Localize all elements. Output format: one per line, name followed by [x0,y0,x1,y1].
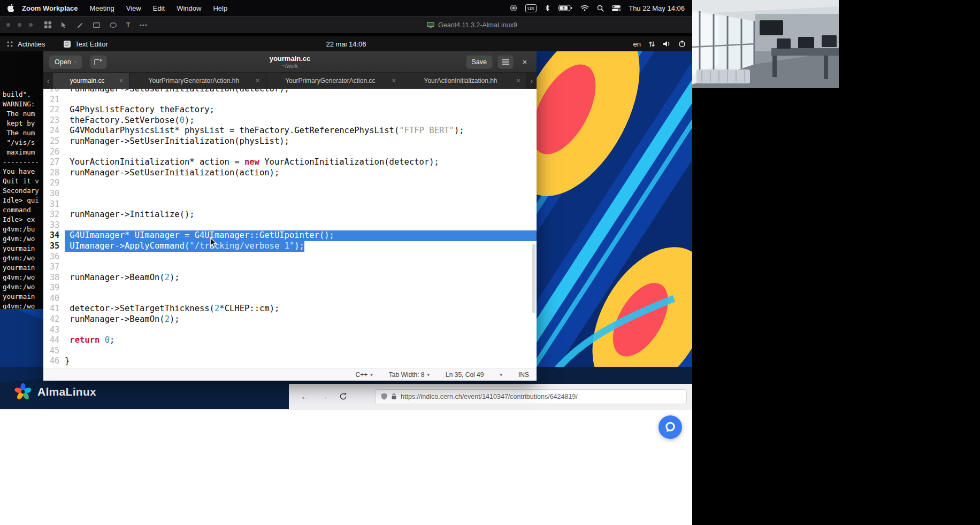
code-line[interactable]: 27 YourActionInitialization* action = ne… [43,157,537,168]
pointer-icon[interactable] [61,21,67,28]
wifi-icon[interactable] [580,5,589,11]
apple-logo-icon[interactable] [7,4,14,12]
code-line[interactable]: 25 runManager->SetUserInitialization(phy… [43,136,537,147]
code-line[interactable]: 24 G4VModularPhysicsList* physList = the… [43,126,537,136]
more-tools-icon[interactable] [140,24,147,26]
code-line[interactable]: 43 [43,325,537,336]
code-line[interactable]: 39 [43,283,537,294]
lock-icon[interactable] [391,393,397,400]
activities-button[interactable]: Activities [6,40,45,48]
code-line[interactable]: 30 [43,189,537,199]
code-line[interactable]: 36 [43,252,537,262]
window-dot-icon[interactable] [6,23,10,27]
grid-icon[interactable] [44,21,51,28]
tab-yourprimarygeneratoraction-cc[interactable]: YourPrimaryGeneratorAction.cc × [266,73,402,89]
code-line[interactable]: 23 theFactory.SetVerbose(0); [43,115,537,126]
code-line[interactable]: 29 [43,178,537,189]
text-tool-icon[interactable]: T [126,21,130,29]
menu-zoom-workplace[interactable]: Zoom Workplace [22,4,78,12]
code-line[interactable]: 45 [43,346,537,357]
back-icon[interactable]: ← [301,392,309,402]
new-tab-button[interactable] [90,55,107,69]
position-menu-button[interactable]: ▾ [500,372,502,377]
tab-yourprimarygeneratoraction-hh[interactable]: YourPrimaryGeneratorAction.hh × [129,73,266,89]
menubar-clock[interactable]: Thu 22 May 14:06 [629,4,685,12]
code-line[interactable]: 37 [43,262,537,273]
rectangle-shape-icon[interactable] [93,22,100,28]
power-icon[interactable] [678,40,686,48]
code-line[interactable]: 31 [43,199,537,210]
menu-help[interactable]: Help [213,4,227,12]
tab-width-selector[interactable]: Tab Width: 8 ▾ [389,371,430,379]
menu-edit[interactable]: Edit [153,4,165,12]
bluetooth-icon[interactable] [545,4,550,12]
cursor-position-indicator[interactable]: Ln 35, Col 49 [446,371,484,379]
chat-widget-button[interactable] [659,415,682,439]
close-tab-icon[interactable]: × [254,77,262,84]
headerbar-right: Save × [466,55,532,69]
code-line[interactable]: 32 runManager->Initialize(); [43,210,537,220]
browser-nav: ← → [301,392,347,402]
code-editor-area[interactable]: 20 runManager->SetUserInitialization(det… [43,89,537,368]
main-menu-button[interactable] [497,55,514,69]
tab-youractioninitialization-hh[interactable]: YourActionInitialization.hh × [402,73,527,89]
shield-icon[interactable] [381,393,387,400]
code-line[interactable]: 26 [43,147,537,158]
code-line[interactable]: 35 UImanager->ApplyCommand("/tracking/ve… [43,241,537,252]
app-menu-label: Text Editor [75,40,108,48]
code-line[interactable]: 41 detector->SetTargetThickness(2*CLHEP:… [43,304,537,314]
volume-icon[interactable] [663,41,671,47]
app-menu-button[interactable]: Text Editor [63,40,108,48]
url-bar[interactable]: https://indico.cern.ch/event/1410347/con… [375,389,687,404]
close-tab-icon[interactable]: × [117,77,125,84]
code-line[interactable]: 34 G4UImanager* UImanager = G4UImanager:… [43,230,537,241]
tab-yourmain-cc[interactable]: yourmain.cc × [53,73,129,89]
language-selector[interactable]: C++ ▾ [356,371,373,379]
code-line[interactable]: 33 [43,220,537,231]
zoom-toolbar: T Geant4.11.3.2-AlmaLinux9 [0,16,692,33]
save-button-label: Save [472,58,487,66]
keyboard-layout-badge[interactable]: US [525,4,537,12]
menu-window[interactable]: Window [177,4,201,12]
code-line[interactable]: 20 runManager->SetUserInitialization(det… [43,89,537,95]
code-line[interactable]: 42 runManager->BeamOn(2); [43,314,537,325]
ellipse-shape-icon[interactable] [110,22,117,28]
open-button-label: Open [55,58,71,66]
battery-icon[interactable] [558,5,572,11]
window-dot-icon[interactable] [29,23,33,27]
forward-icon[interactable]: → [320,392,328,402]
window-dot-icon[interactable] [18,23,21,27]
line-number: 41 [43,304,59,314]
reload-icon[interactable] [339,392,347,400]
open-button[interactable]: Open ▾ [49,55,82,69]
menu-view[interactable]: View [126,4,141,12]
insert-mode-indicator: INS [518,371,529,379]
tabs-scroll-right-button[interactable]: › [527,73,537,89]
close-window-button[interactable]: × [518,57,531,66]
close-tab-icon[interactable]: × [390,77,397,84]
menu-meeting[interactable]: Meeting [90,4,114,12]
close-tab-icon[interactable]: × [515,77,522,84]
line-number: 29 [43,178,59,189]
code-line[interactable]: 44 return 0; [43,335,537,346]
input-source-indicator[interactable]: en [633,40,641,48]
pen-icon[interactable] [77,22,83,28]
code-line[interactable]: 21 [43,95,537,105]
tabs-scroll-left-button[interactable]: ‹ [43,73,53,89]
code-line[interactable]: 46} [43,356,537,367]
save-button[interactable]: Save [466,55,493,69]
spotlight-search-icon[interactable] [597,5,604,12]
status-circle-icon[interactable] [510,4,517,12]
scrollbar-thumb[interactable] [532,244,535,313]
code-line[interactable]: 22 G4PhysListFactory theFactory; [43,105,537,115]
network-icon[interactable] [648,41,655,48]
almalinux-branding: AlmaLinux [14,383,96,401]
control-center-icon[interactable] [612,5,621,11]
window-control-dots[interactable] [6,23,33,27]
zoom-window-background [0,409,692,525]
line-number: 38 [43,273,59,283]
code-line[interactable]: 28 runManager->SetUserInitialization(act… [43,168,537,179]
code-line[interactable]: 38 runManager->BeamOn(2); [43,273,537,283]
gnome-clock[interactable]: 22 mai 14:06 [326,40,366,48]
code-line[interactable]: 40 [43,294,537,304]
